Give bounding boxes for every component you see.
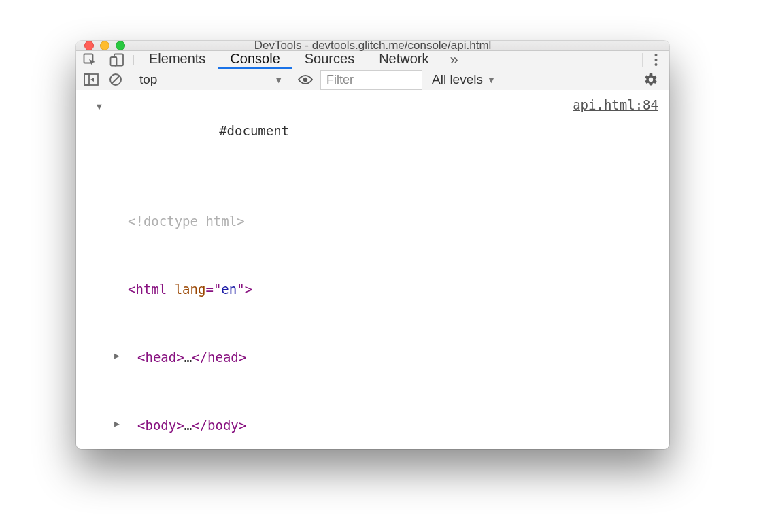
console-entry: api.html:84 ▼#document <!doctype html> <… (76, 90, 669, 449)
tree-node-head[interactable]: ▶<head>…</head> (128, 346, 660, 369)
tabs-overflow-button[interactable]: » (441, 51, 467, 69)
execution-context-label: top (139, 72, 157, 87)
tag-name: body (207, 418, 239, 433)
tag-name: html (135, 282, 167, 297)
close-window-button[interactable] (84, 41, 94, 50)
zoom-window-button[interactable] (116, 41, 125, 50)
ellipsis: … (184, 350, 192, 365)
doctype-text: <!doctype html> (128, 214, 245, 229)
attr-name: lang (175, 282, 206, 297)
log-levels-label: All levels (432, 72, 483, 87)
dropdown-caret-icon: ▼ (274, 75, 283, 85)
clear-console-icon[interactable] (106, 70, 125, 89)
log-levels-selector[interactable]: All levels ▼ (428, 72, 500, 87)
filter-input[interactable] (320, 70, 422, 90)
dropdown-caret-icon: ▼ (487, 75, 496, 85)
svg-point-3 (655, 54, 658, 56)
devtools-window: DevTools - devtools.glitch.me/console/ap… (76, 41, 669, 449)
svg-rect-2 (111, 57, 117, 66)
ellipsis: … (184, 418, 192, 433)
tag-name: head (145, 350, 176, 365)
svg-line-9 (112, 76, 120, 84)
svg-rect-7 (84, 74, 89, 85)
dom-tree: ▼#document <!doctype html> <html lang="e… (86, 97, 660, 449)
disclosure-triangle-icon[interactable]: ▶ (114, 416, 120, 432)
device-toolbar-icon[interactable] (103, 51, 131, 69)
disclosure-triangle-icon[interactable]: ▶ (114, 348, 120, 364)
tab-network[interactable]: Network (367, 51, 441, 69)
tabs: Elements Console Sources Network (137, 51, 441, 69)
tree-node-document[interactable]: ▼#document <!doctype html> <html lang="e… (110, 97, 660, 449)
disclosure-triangle-icon[interactable]: ▼ (97, 99, 102, 115)
svg-point-4 (655, 59, 658, 61)
document-label: #document (219, 123, 289, 138)
titlebar: DevTools - devtools.glitch.me/console/ap… (76, 41, 669, 51)
divider (133, 55, 134, 65)
console-toolbar: top ▼ All levels ▼ (76, 69, 669, 90)
minimize-window-button[interactable] (100, 41, 109, 50)
live-expression-icon[interactable] (296, 70, 315, 89)
devtools-tabbar: Elements Console Sources Network » (76, 51, 669, 69)
overflow-chevron-icon: » (450, 51, 458, 69)
svg-point-5 (655, 63, 658, 66)
execution-context-selector[interactable]: top ▼ (131, 69, 290, 90)
tag-name: body (145, 418, 176, 433)
inspect-element-icon[interactable] (76, 51, 103, 69)
console-body: api.html:84 ▼#document <!doctype html> <… (76, 90, 669, 449)
svg-point-10 (303, 78, 307, 82)
kebab-menu-button[interactable] (642, 53, 669, 67)
tree-node-body[interactable]: ▶<body>…</body> (128, 414, 660, 437)
tab-elements[interactable]: Elements (137, 51, 218, 69)
window-title: DevTools - devtools.glitch.me/console/ap… (76, 41, 669, 52)
traffic-lights (84, 41, 125, 50)
tab-sources[interactable]: Sources (292, 51, 367, 69)
tag-name: head (207, 350, 239, 365)
console-sidebar-toggle-icon[interactable] (82, 70, 101, 89)
console-settings-button[interactable] (637, 69, 664, 90)
tab-console[interactable]: Console (218, 51, 292, 69)
attr-value: en (221, 282, 237, 297)
tree-node-doctype[interactable]: <!doctype html> (128, 210, 660, 233)
tree-node-html[interactable]: <html lang="en"> (128, 278, 660, 301)
